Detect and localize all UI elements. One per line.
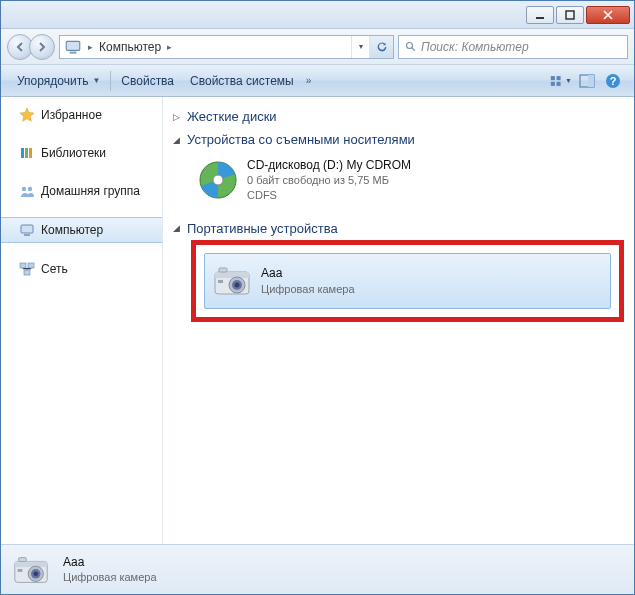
svg-rect-7 [557, 76, 561, 80]
svg-rect-6 [551, 76, 555, 80]
svg-rect-16 [29, 148, 32, 158]
chevron-down-icon: ▼ [565, 77, 572, 84]
content-pane: ▷ Жесткие диски ◢ Устройства со съемными… [163, 97, 634, 544]
svg-rect-19 [21, 225, 33, 233]
collapse-caret-icon: ◢ [173, 223, 183, 233]
sidebar-label: Компьютер [41, 223, 103, 237]
status-subtitle: Цифровая камера [63, 570, 157, 584]
svg-rect-0 [536, 17, 544, 19]
status-title: Aaa [63, 555, 157, 571]
device-subtitle: Цифровая камера [261, 282, 355, 297]
svg-point-38 [33, 571, 38, 576]
search-input[interactable]: Поиск: Компьютер [398, 35, 628, 59]
root-chevron-icon[interactable]: ▸ [86, 42, 95, 52]
svg-rect-39 [19, 557, 27, 561]
sidebar-label: Сеть [41, 262, 68, 276]
details-pane: Aaa Цифровая камера [1, 544, 634, 594]
annotation-highlight: Aaa Цифровая камера [191, 240, 624, 322]
body-area: Избранное Библиотеки Домашняя группа Ком… [1, 97, 634, 544]
properties-button[interactable]: Свойства [113, 70, 182, 92]
svg-rect-35 [15, 561, 47, 567]
camera-icon [11, 550, 51, 590]
explorer-window: ▸ Компьютер ▸ ▾ Поиск: Компьютер Упорядо… [0, 0, 635, 595]
svg-rect-8 [551, 81, 555, 85]
device-camera[interactable]: Aaa Цифровая камера [204, 253, 611, 309]
maximize-button[interactable] [556, 6, 584, 24]
device-cdrom[interactable]: CD-дисковод (D:) My CDROM 0 байт свободн… [191, 151, 624, 209]
star-icon [19, 107, 35, 123]
device-title: Aaa [261, 265, 355, 281]
expand-caret-icon: ▷ [173, 112, 183, 122]
svg-rect-40 [18, 569, 23, 572]
search-placeholder: Поиск: Компьютер [421, 40, 529, 54]
system-properties-button[interactable]: Свойства системы [182, 70, 302, 92]
toolbar-overflow[interactable]: » [302, 75, 316, 86]
svg-rect-14 [21, 148, 24, 158]
group-title: Портативные устройства [187, 221, 338, 236]
svg-rect-32 [219, 268, 227, 272]
separator [110, 71, 111, 91]
device-title: CD-дисковод (D:) My CDROM [247, 157, 411, 173]
collapse-caret-icon: ◢ [173, 135, 183, 145]
minimize-button[interactable] [526, 6, 554, 24]
svg-point-26 [213, 175, 223, 185]
sidebar-label: Избранное [41, 108, 102, 122]
camera-icon [211, 260, 253, 302]
preview-pane-button[interactable] [576, 70, 598, 92]
svg-rect-3 [70, 51, 77, 53]
group-title: Устройства со съемными носителями [187, 132, 415, 147]
group-title: Жесткие диски [187, 109, 277, 124]
homegroup-icon [19, 183, 35, 199]
address-bar[interactable]: ▸ Компьютер ▸ ▾ [59, 35, 394, 59]
view-options-button[interactable]: ▼ [550, 70, 572, 92]
address-segment[interactable]: Компьютер [95, 40, 165, 54]
titlebar [1, 1, 634, 29]
svg-rect-1 [566, 11, 574, 19]
sidebar-label: Домашняя группа [41, 184, 140, 198]
help-button[interactable]: ? [602, 70, 624, 92]
cd-icon [197, 159, 239, 201]
group-header-removable[interactable]: ◢ Устройства со съемными носителями [173, 128, 624, 151]
svg-rect-20 [24, 234, 30, 236]
svg-rect-21 [20, 263, 26, 268]
chevron-down-icon: ▼ [92, 76, 100, 85]
library-icon [19, 145, 35, 161]
address-dropdown[interactable]: ▾ [351, 36, 369, 58]
group-header-portable[interactable]: ◢ Портативные устройства [173, 217, 624, 240]
sidebar-item-network[interactable]: Сеть [1, 257, 162, 281]
organize-button[interactable]: Упорядочить▼ [9, 70, 108, 92]
computer-icon [19, 222, 35, 238]
group-header-hdd[interactable]: ▷ Жесткие диски [173, 105, 624, 128]
svg-point-4 [407, 42, 413, 48]
svg-rect-15 [25, 148, 28, 158]
navigation-pane: Избранное Библиотеки Домашняя группа Ком… [1, 97, 163, 544]
sidebar-item-computer[interactable]: Компьютер [1, 217, 162, 243]
svg-rect-9 [557, 81, 561, 85]
network-icon [19, 261, 35, 277]
device-subtitle: 0 байт свободно из 5,75 МБ [247, 173, 411, 188]
svg-rect-22 [28, 263, 34, 268]
refresh-button[interactable] [369, 36, 393, 58]
device-filesystem: CDFS [247, 188, 411, 203]
sidebar-item-libraries[interactable]: Библиотеки [1, 141, 162, 165]
sidebar-item-favorites[interactable]: Избранное [1, 103, 162, 127]
forward-button[interactable] [29, 34, 55, 60]
svg-rect-28 [215, 272, 249, 278]
svg-point-31 [235, 282, 240, 287]
svg-rect-11 [588, 75, 594, 87]
toolbar: Упорядочить▼ Свойства Свойства системы »… [1, 65, 634, 97]
nav-buttons [7, 34, 55, 60]
svg-line-5 [412, 47, 415, 50]
sidebar-item-homegroup[interactable]: Домашняя группа [1, 179, 162, 203]
svg-point-17 [22, 187, 26, 191]
svg-text:?: ? [610, 75, 617, 87]
segment-chevron-icon[interactable]: ▸ [165, 42, 174, 52]
computer-icon [64, 38, 82, 56]
svg-rect-2 [66, 41, 80, 50]
search-icon [405, 41, 417, 53]
sidebar-label: Библиотеки [41, 146, 106, 160]
navigation-bar: ▸ Компьютер ▸ ▾ Поиск: Компьютер [1, 29, 634, 65]
close-button[interactable] [586, 6, 630, 24]
svg-rect-23 [24, 270, 30, 275]
svg-point-18 [28, 187, 32, 191]
